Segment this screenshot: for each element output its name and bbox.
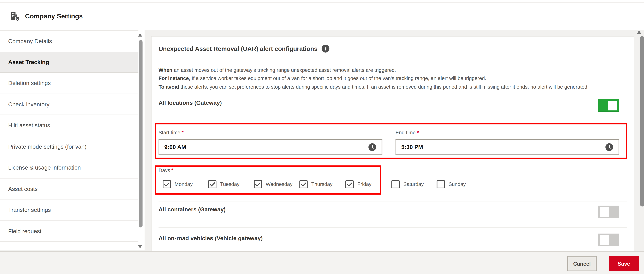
start-time-label: Start time* xyxy=(158,130,184,135)
checkbox[interactable] xyxy=(254,180,262,188)
day-label: Monday xyxy=(174,181,193,187)
day-checkbox-saturday[interactable]: Saturday xyxy=(392,180,424,188)
settings-sidebar: Company Details Asset Tracking Deletion … xyxy=(0,30,144,251)
all-locations-label: All locations (Gateway) xyxy=(158,99,222,106)
sidebar-item-deletion-settings[interactable]: Deletion settings xyxy=(0,73,138,94)
info-icon[interactable]: i xyxy=(322,45,329,52)
checkbox[interactable] xyxy=(162,180,171,188)
sidebar-item-label: Private mode settings (for van) xyxy=(8,143,86,150)
day-label: Wednesday xyxy=(266,181,292,187)
panel-heading: Unexpected Asset Removal (UAR) alert con… xyxy=(158,45,318,52)
description-line: When an asset moves out of the gateway's… xyxy=(158,66,589,74)
clock-icon[interactable] xyxy=(368,143,376,151)
sidebar-scrollbar-thumb[interactable] xyxy=(139,40,142,228)
action-footer: Cancel Save xyxy=(0,251,644,274)
all-on-road-vehicles-label: All on-road vehicles (Vehicle gateway) xyxy=(158,235,263,241)
sidebar-item-hilti-asset-status[interactable]: Hilti asset status xyxy=(0,115,138,136)
day-label: Tuesday xyxy=(220,181,240,187)
day-label: Sunday xyxy=(448,181,466,187)
gear-icon: ⚙ xyxy=(15,16,20,22)
checkbox[interactable] xyxy=(392,180,400,188)
page-scroll-up-icon[interactable] xyxy=(637,30,641,34)
sidebar-item-label: Asset Tracking xyxy=(8,59,49,65)
page-scrollbar-thumb[interactable] xyxy=(640,36,644,207)
row-divider xyxy=(158,228,627,228)
sidebar-item-label: License & usage information xyxy=(8,164,81,171)
sidebar-item-label: Deletion settings xyxy=(8,80,51,86)
end-time-value: 5:30 PM xyxy=(401,144,423,150)
uar-settings-panel: Unexpected Asset Removal (UAR) alert con… xyxy=(151,36,634,251)
sidebar-item-license-usage[interactable]: License & usage information xyxy=(0,157,138,179)
sidebar-item-label: Asset costs xyxy=(8,186,38,192)
description-line: For instance, If a service worker takes … xyxy=(158,74,589,83)
sidebar-item-company-details[interactable]: Company Details xyxy=(0,31,138,52)
sidebar-item-label: Check inventory xyxy=(8,101,50,107)
clock-icon[interactable] xyxy=(605,143,614,151)
sidebar-item-label: Transfer settings xyxy=(8,207,51,213)
start-time-input[interactable]: 9:00 AM xyxy=(158,139,382,155)
page-title: Company Settings xyxy=(25,13,83,20)
toggle-knob xyxy=(608,101,617,110)
sidebar-item-transfer-settings[interactable]: Transfer settings xyxy=(0,200,138,221)
checkbox[interactable] xyxy=(436,180,445,188)
sidebar-item-check-inventory[interactable]: Check inventory xyxy=(0,94,138,115)
panel-heading-row: Unexpected Asset Removal (UAR) alert con… xyxy=(158,45,329,52)
all-locations-toggle[interactable] xyxy=(598,99,620,112)
sidebar-item-field-request[interactable]: Field request xyxy=(0,221,138,242)
checkbox[interactable] xyxy=(300,180,308,188)
day-label: Saturday xyxy=(404,181,424,187)
save-button[interactable]: Save xyxy=(609,256,639,271)
all-on-road-vehicles-toggle[interactable] xyxy=(598,234,620,246)
day-checkbox-tuesday[interactable]: Tuesday xyxy=(208,180,240,188)
sidebar-item-private-mode-settings[interactable]: Private mode settings (for van) xyxy=(0,136,138,157)
all-containers-toggle[interactable] xyxy=(598,206,620,218)
end-time-input[interactable]: 5:30 PM xyxy=(396,139,619,155)
annotation-box-days xyxy=(155,165,381,195)
day-checkbox-wednesday[interactable]: Wednesday xyxy=(254,180,292,188)
company-settings-icon: ⚙ xyxy=(10,11,18,21)
day-checkbox-friday[interactable]: Friday xyxy=(346,180,372,188)
row-divider xyxy=(158,202,627,202)
sidebar-item-asset-tracking[interactable]: Asset Tracking xyxy=(0,51,138,73)
top-divider xyxy=(0,2,644,3)
checkbox[interactable] xyxy=(208,180,216,188)
company-settings-page: ⚙ Company Settings Company Details Asset… xyxy=(0,0,644,274)
required-asterisk: * xyxy=(172,168,174,173)
description-line: To avoid these alerts, you can set prefe… xyxy=(158,83,589,91)
start-time-value: 9:00 AM xyxy=(164,144,186,150)
days-label: Days* xyxy=(158,168,173,173)
day-checkbox-monday[interactable]: Monday xyxy=(162,180,192,188)
uar-description: When an asset moves out of the gateway's… xyxy=(158,66,589,91)
sidebar-list: Company Details Asset Tracking Deletion … xyxy=(0,30,138,242)
day-label: Friday xyxy=(357,181,372,187)
all-containers-label: All containers (Gateway) xyxy=(158,206,226,213)
sidebar-scroll-up-icon[interactable] xyxy=(138,33,142,36)
sidebar-item-asset-costs[interactable]: Asset costs xyxy=(0,178,138,200)
toggle-knob xyxy=(600,207,609,217)
day-checkbox-sunday[interactable]: Sunday xyxy=(436,180,466,188)
day-checkbox-thursday[interactable]: Thursday xyxy=(300,180,332,188)
toggle-knob xyxy=(600,235,609,245)
sidebar-item-label: Field request xyxy=(8,228,42,234)
required-asterisk: * xyxy=(417,130,419,135)
checkbox[interactable] xyxy=(346,180,354,188)
end-time-label: End time* xyxy=(396,130,419,135)
sidebar-item-label: Company Details xyxy=(8,38,52,44)
day-label: Thursday xyxy=(311,181,332,187)
cancel-button[interactable]: Cancel xyxy=(567,256,597,271)
required-asterisk: * xyxy=(182,130,184,135)
sidebar-item-label: Hilti asset status xyxy=(8,122,50,129)
sidebar-scroll-down-icon[interactable] xyxy=(138,245,142,248)
